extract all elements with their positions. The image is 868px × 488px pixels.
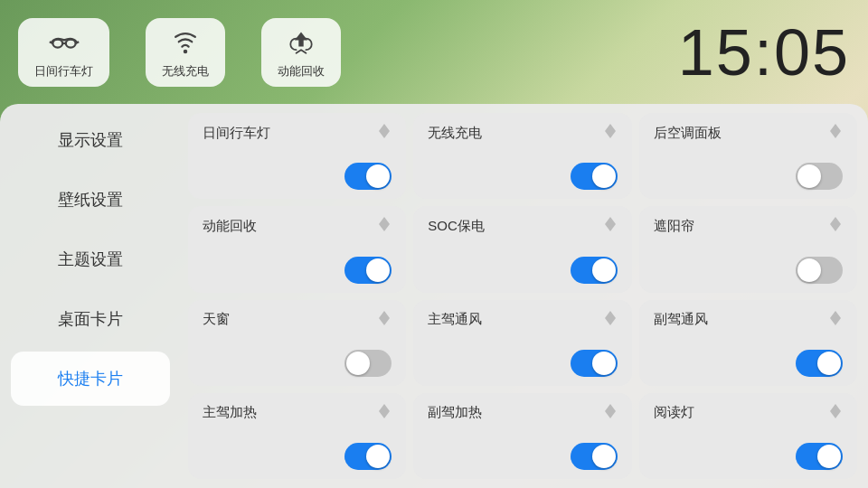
card-sort-icon-reading-light	[828, 402, 843, 424]
svg-marker-11	[830, 131, 841, 138]
toggle-rear-ac[interactable]	[796, 163, 843, 190]
card-sort-icon-sunshade	[828, 215, 843, 237]
sidebar-item-theme[interactable]: 主题设置	[11, 232, 170, 286]
card-title-energy-recycle: 动能回收	[203, 218, 257, 235]
card-sort-icon-rear-ac	[828, 122, 843, 144]
toggle-knob-sunroof	[346, 352, 370, 375]
sidebar-item-quick[interactable]: 快捷卡片	[11, 352, 170, 406]
toggle-knob-reading-light	[817, 445, 841, 468]
svg-marker-15	[605, 224, 616, 231]
card-title-passenger-vent: 副驾通风	[654, 311, 708, 328]
toggle-knob-daytime-light	[366, 164, 390, 188]
wireless-charge-label: 无线充电	[162, 63, 209, 80]
card-sort-icon-wireless-charge	[603, 122, 618, 144]
card-header-rear-ac: 后空调面板	[654, 122, 843, 144]
svg-marker-20	[605, 311, 616, 318]
card-header-sunshade: 遮阳帘	[654, 215, 843, 237]
toggle-sunshade[interactable]	[796, 257, 843, 284]
top-icon-wireless[interactable]: 无线充电	[146, 18, 225, 87]
card-header-driver-heat: 主驾加热	[203, 402, 392, 424]
toggle-wireless-charge[interactable]	[571, 163, 618, 190]
toggle-passenger-heat[interactable]	[571, 443, 618, 470]
card-sort-icon-daytime-light	[377, 122, 392, 144]
svg-point-5	[184, 49, 188, 53]
card-footer-sunroof	[203, 350, 392, 377]
card-driver-vent: 主驾通风	[413, 300, 631, 386]
card-title-sunroof: 天窗	[203, 311, 230, 328]
toggle-reading-light[interactable]	[796, 443, 843, 470]
card-title-driver-heat: 主驾加热	[203, 404, 257, 421]
svg-point-1	[65, 39, 75, 47]
toggle-energy-recycle[interactable]	[344, 257, 392, 284]
card-title-driver-vent: 主驾通风	[428, 311, 482, 328]
card-footer-rear-ac	[654, 163, 843, 190]
card-daytime-light: 日间行车灯	[188, 113, 406, 199]
card-footer-driver-heat	[203, 443, 392, 470]
card-title-wireless-charge: 无线充电	[428, 125, 482, 142]
svg-marker-12	[379, 217, 390, 224]
card-header-driver-vent: 主驾通风	[428, 309, 617, 331]
card-passenger-heat: 副驾加热	[413, 393, 631, 479]
svg-marker-16	[830, 217, 841, 224]
toggle-driver-heat[interactable]	[344, 443, 392, 470]
card-title-daytime-light: 日间行车灯	[203, 125, 270, 142]
card-sort-icon-passenger-heat	[603, 402, 618, 424]
card-sort-icon-energy-recycle	[377, 215, 392, 237]
toggle-knob-rear-ac	[797, 164, 821, 188]
card-driver-heat: 主驾加热	[188, 393, 406, 479]
sidebar-item-display[interactable]: 显示设置	[11, 113, 170, 167]
svg-marker-21	[605, 318, 616, 325]
top-icons: 日间行车灯 无线充电 动能回收	[18, 18, 341, 87]
svg-marker-24	[379, 404, 390, 411]
sidebar-item-wallpaper[interactable]: 壁纸设置	[11, 173, 170, 227]
daytime-light-icon	[48, 27, 80, 60]
card-footer-passenger-vent	[654, 350, 843, 377]
daytime-light-label: 日间行车灯	[34, 63, 93, 80]
card-reading-light: 阅读灯	[639, 393, 857, 479]
toggle-passenger-vent[interactable]	[796, 350, 843, 377]
card-header-wireless-charge: 无线充电	[428, 122, 617, 144]
svg-marker-22	[830, 311, 841, 318]
card-sunshade: 遮阳帘	[639, 206, 857, 292]
card-footer-soc-save	[428, 257, 617, 284]
toggle-sunroof[interactable]	[344, 350, 392, 377]
card-footer-passenger-heat	[428, 443, 617, 470]
svg-marker-18	[379, 311, 390, 318]
toggle-driver-vent[interactable]	[571, 350, 618, 377]
card-title-passenger-heat: 副驾加热	[428, 404, 482, 421]
card-soc-save: SOC保电	[413, 206, 631, 292]
card-header-passenger-heat: 副驾加热	[428, 402, 617, 424]
top-icon-daytime[interactable]: 日间行车灯	[18, 18, 109, 87]
top-bar: 日间行车灯 无线充电 动能回收 15:05	[0, 0, 868, 104]
svg-marker-23	[830, 318, 841, 325]
card-footer-wireless-charge	[428, 163, 617, 190]
card-footer-sunshade	[654, 257, 843, 284]
card-sunroof: 天窗	[188, 300, 406, 386]
toggle-daytime-light[interactable]	[344, 163, 392, 190]
svg-marker-19	[379, 318, 390, 325]
card-footer-driver-vent	[428, 350, 617, 377]
card-title-soc-save: SOC保电	[428, 218, 485, 235]
card-header-energy-recycle: 动能回收	[203, 215, 392, 237]
toggle-soc-save[interactable]	[571, 257, 618, 284]
main-panel: 显示设置 壁纸设置 主题设置 桌面卡片 快捷卡片 日间行车灯 无线充电	[0, 104, 868, 488]
sidebar-item-desktop[interactable]: 桌面卡片	[11, 292, 170, 346]
card-rear-ac: 后空调面板	[639, 113, 857, 199]
toggle-knob-passenger-heat	[592, 445, 616, 468]
svg-marker-10	[830, 124, 841, 131]
svg-marker-26	[605, 404, 616, 411]
toggle-knob-wireless-charge	[592, 164, 616, 188]
wireless-charge-icon	[169, 27, 202, 60]
card-passenger-vent: 副驾通风	[639, 300, 857, 386]
card-title-sunshade: 遮阳帘	[654, 218, 694, 235]
svg-point-0	[52, 39, 62, 47]
card-title-reading-light: 阅读灯	[654, 404, 694, 421]
top-icon-recycle[interactable]: 动能回收	[261, 18, 341, 87]
card-sort-icon-soc-save	[603, 215, 618, 237]
svg-marker-28	[830, 404, 841, 411]
card-sort-icon-passenger-vent	[828, 309, 843, 331]
toggle-knob-soc-save	[592, 258, 616, 282]
toggle-knob-sunshade	[797, 258, 821, 282]
svg-marker-8	[605, 124, 616, 131]
toggle-knob-passenger-vent	[817, 352, 841, 375]
